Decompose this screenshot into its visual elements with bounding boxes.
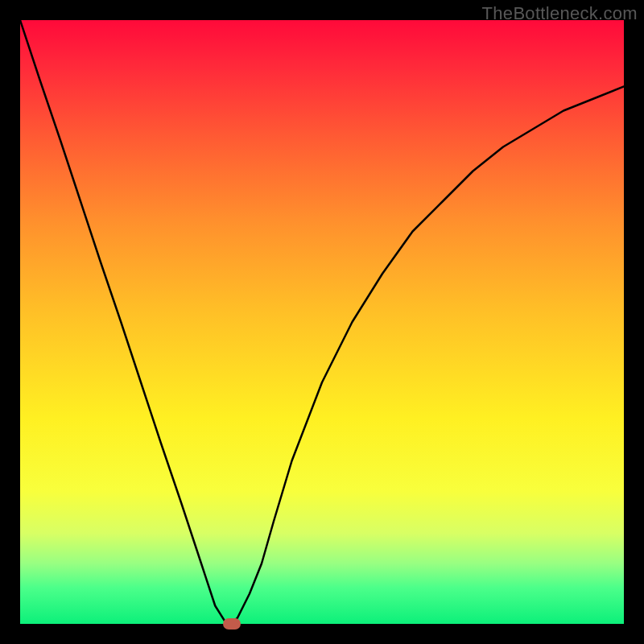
curve-line: [20, 20, 624, 624]
chart-svg: [20, 20, 624, 624]
chart-plot-area: [20, 20, 624, 624]
watermark-text: TheBottleneck.com: [482, 3, 638, 24]
minimum-marker: [223, 618, 241, 630]
